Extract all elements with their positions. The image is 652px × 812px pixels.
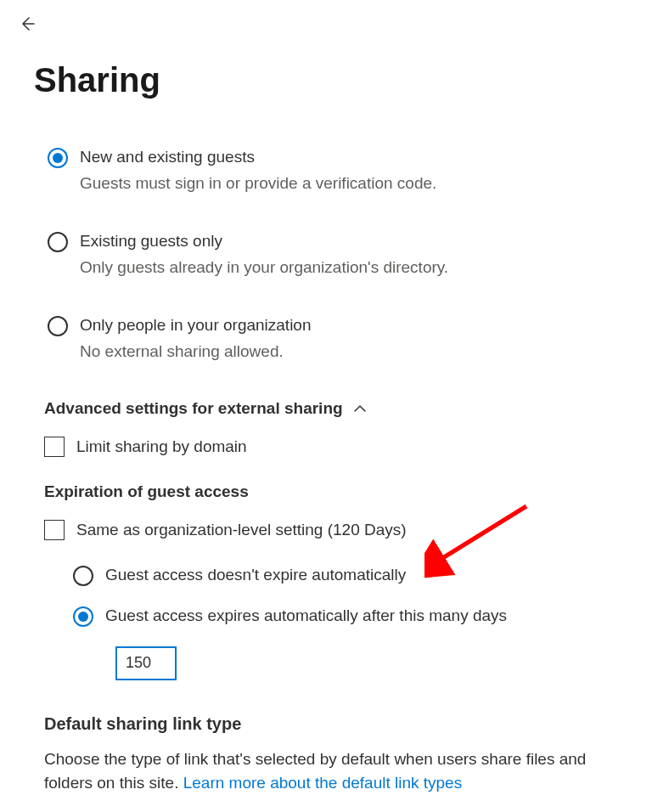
- radio-desc: Only guests already in your organization…: [80, 257, 448, 279]
- radio-icon: [48, 316, 68, 336]
- expiration-days-input[interactable]: [115, 646, 177, 680]
- radio-label: Guest access expires automatically after…: [105, 605, 507, 628]
- radio-expire-days[interactable]: Guest access expires automatically after…: [73, 605, 618, 628]
- checkbox-icon: [44, 520, 65, 540]
- expiration-header: Expiration of guest access: [44, 482, 618, 501]
- default-link-title: Default sharing link type: [44, 714, 618, 734]
- radio-desc: No external sharing allowed.: [80, 341, 312, 364]
- checkbox-label: Limit sharing by domain: [76, 437, 247, 456]
- advanced-settings-toggle[interactable]: Advanced settings for external sharing: [44, 399, 618, 418]
- radio-icon: [73, 566, 93, 586]
- checkbox-label: Same as organization-level setting (120 …: [76, 521, 407, 539]
- learn-more-link[interactable]: Learn more about the default link types: [183, 774, 462, 792]
- page-title: Sharing: [34, 61, 618, 99]
- chevron-up-icon: [353, 403, 367, 414]
- radio-icon: [48, 232, 68, 252]
- radio-new-existing-guests[interactable]: New and existing guests Guests must sign…: [34, 146, 618, 195]
- radio-only-org[interactable]: Only people in your organization No exte…: [34, 314, 618, 363]
- radio-label: New and existing guests: [80, 146, 436, 169]
- radio-icon: [73, 606, 93, 627]
- checkbox-icon: [44, 437, 65, 457]
- back-button[interactable]: [0, 0, 36, 32]
- radio-label: Guest access doesn't expire automaticall…: [105, 564, 406, 587]
- radio-existing-guests-only[interactable]: Existing guests only Only guests already…: [34, 230, 618, 279]
- section-header-label: Advanced settings for external sharing: [44, 399, 343, 418]
- radio-label: Existing guests only: [80, 230, 448, 253]
- radio-label: Only people in your organization: [80, 314, 312, 337]
- default-link-desc: Choose the type of link that's selected …: [44, 747, 618, 796]
- radio-icon: [48, 148, 68, 168]
- checkbox-expiration-same-org[interactable]: Same as organization-level setting (120 …: [44, 520, 618, 540]
- radio-no-expire[interactable]: Guest access doesn't expire automaticall…: [73, 564, 618, 587]
- checkbox-limit-domain[interactable]: Limit sharing by domain: [44, 437, 618, 457]
- radio-desc: Guests must sign in or provide a verific…: [80, 172, 436, 195]
- back-arrow-icon: [19, 15, 36, 32]
